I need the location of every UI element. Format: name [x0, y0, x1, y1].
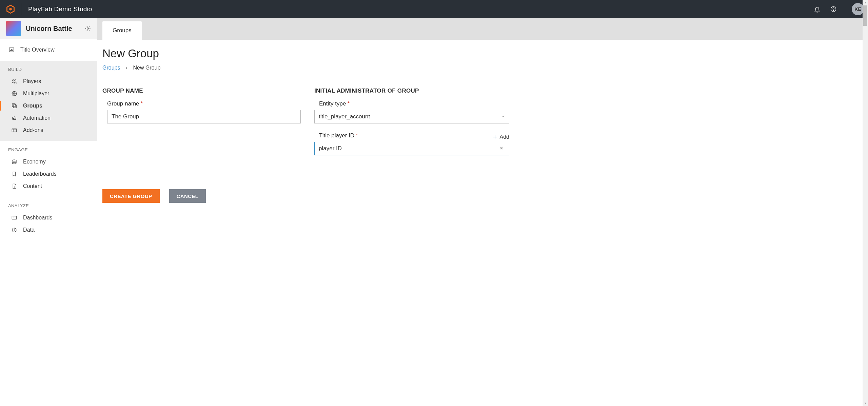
notifications-button[interactable] [814, 6, 821, 13]
sidebar: Unicorn Battle Title Overview BUILD [0, 18, 97, 406]
label-group-name: Group name* [102, 100, 301, 107]
sidebar-item-label: Leaderboards [23, 171, 57, 177]
sidebar-item-economy[interactable]: Economy [0, 156, 97, 168]
sidebar-item-label: Economy [23, 159, 46, 165]
sidebar-item-dashboards[interactable]: Dashboards [0, 212, 97, 224]
bell-icon [814, 6, 821, 13]
close-icon [499, 146, 504, 151]
section-header-build: BUILD [0, 61, 97, 75]
breadcrumb: Groups New Group [102, 65, 868, 71]
document-icon [11, 183, 18, 189]
studio-name[interactable]: PlayFab Demo Studio [28, 5, 92, 13]
sidebar-item-data[interactable]: Data [0, 224, 97, 236]
sidebar-item-label: Dashboards [23, 215, 52, 221]
svg-rect-14 [12, 129, 17, 132]
sidebar-item-label: Players [23, 78, 41, 84]
title-player-id-input[interactable] [314, 142, 509, 155]
section-header-analyze: ANALYZE [0, 197, 97, 212]
vertical-scrollbar[interactable] [863, 0, 868, 406]
sidebar-item-label: Groups [23, 103, 42, 109]
svg-point-13 [15, 118, 16, 119]
sidebar-item-label: Title Overview [20, 47, 55, 53]
title-thumbnail [6, 21, 21, 36]
svg-rect-9 [12, 104, 15, 107]
svg-rect-11 [13, 117, 16, 120]
main-content: Groups New Group Groups New Group GROUP … [97, 18, 868, 406]
group-name-input[interactable] [107, 110, 301, 123]
top-bar-separator [22, 3, 22, 15]
sidebar-item-multiplayer[interactable]: Multiplayer [0, 88, 97, 100]
svg-rect-16 [12, 216, 17, 219]
sidebar-item-title-overview[interactable]: Title Overview [0, 44, 97, 56]
bar-chart-icon [8, 47, 15, 53]
scroll-down-arrow[interactable] [863, 401, 868, 406]
section-title-group-name: GROUP NAME [102, 88, 301, 94]
title-name: Unicorn Battle [26, 25, 80, 33]
economy-icon [11, 159, 18, 165]
playfab-logo-icon [6, 4, 15, 14]
svg-point-1 [9, 8, 12, 10]
svg-point-6 [13, 80, 14, 81]
help-icon [830, 6, 837, 13]
user-avatar[interactable]: KE [852, 3, 864, 15]
robot-icon [11, 115, 18, 121]
sidebar-item-players[interactable]: Players [0, 75, 97, 88]
sidebar-item-groups[interactable]: Groups [0, 100, 97, 112]
globe-icon [11, 91, 18, 97]
sidebar-item-leaderboards[interactable]: Leaderboards [0, 168, 97, 180]
scroll-up-arrow[interactable] [863, 0, 868, 5]
top-bar: PlayFab Demo Studio KE [0, 0, 868, 18]
svg-point-15 [12, 160, 16, 161]
players-icon [11, 78, 18, 84]
tab-groups[interactable]: Groups [102, 21, 142, 40]
sidebar-item-addons[interactable]: Add-ons [0, 124, 97, 136]
gauge-icon [11, 215, 18, 221]
data-icon [11, 227, 18, 233]
page-header: New Group Groups New Group [97, 40, 868, 78]
chevron-right-icon [125, 65, 128, 71]
plus-icon [492, 134, 498, 140]
sidebar-item-label: Content [23, 183, 42, 189]
title-row[interactable]: Unicorn Battle [0, 18, 97, 39]
home-logo[interactable] [5, 4, 16, 14]
svg-point-3 [833, 10, 833, 11]
clear-input-button[interactable] [498, 144, 505, 154]
sidebar-item-label: Add-ons [23, 127, 43, 133]
svg-rect-10 [13, 105, 16, 108]
svg-point-12 [13, 118, 14, 119]
svg-point-4 [87, 28, 89, 30]
scrollbar-thumb[interactable] [863, 5, 867, 26]
sidebar-item-label: Automation [23, 115, 51, 121]
section-header-engage: ENGAGE [0, 141, 97, 156]
bookmark-icon [11, 171, 18, 177]
avatar-initials: KE [854, 6, 861, 12]
entity-type-select[interactable] [314, 110, 509, 123]
sidebar-item-automation[interactable]: Automation [0, 112, 97, 124]
create-group-button[interactable]: CREATE GROUP [102, 189, 160, 203]
page-title: New Group [102, 47, 868, 60]
title-settings-button[interactable] [85, 25, 91, 32]
cancel-button[interactable]: CANCEL [169, 189, 206, 203]
addons-icon [11, 127, 18, 133]
sidebar-item-label: Data [23, 227, 35, 233]
section-title-admin: INITIAL ADMINISTRATOR OF GROUP [314, 88, 509, 94]
breadcrumb-root-link[interactable]: Groups [102, 65, 120, 71]
add-player-id-button[interactable]: Add [492, 134, 509, 140]
breadcrumb-current: New Group [133, 65, 160, 71]
svg-point-7 [15, 80, 16, 81]
sidebar-item-label: Multiplayer [23, 91, 49, 97]
sidebar-item-content[interactable]: Content [0, 180, 97, 192]
groups-icon [11, 103, 18, 109]
label-title-player-id: Title player ID* [314, 132, 358, 139]
help-button[interactable] [830, 6, 837, 13]
gear-icon [85, 25, 91, 32]
tab-bar: Groups [97, 18, 868, 40]
label-entity-type: Entity type* [314, 100, 509, 107]
